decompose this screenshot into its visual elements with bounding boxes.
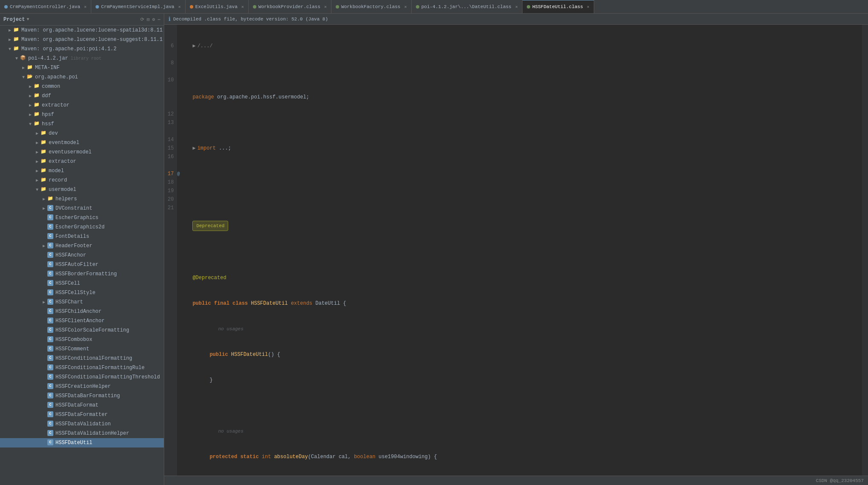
close-icon[interactable]: ✕ <box>404 4 407 9</box>
tree-item-poi-jar[interactable]: ▼ 📦 poi-4.1.2.jar library root <box>0 54 164 63</box>
tree-item-lucene-suggest[interactable]: ▶ 📁 Maven: org.apache.lucene:lucene-sugg… <box>0 35 164 44</box>
close-icon[interactable]: ✕ <box>515 4 518 9</box>
arrow-icon: ▼ <box>34 188 40 192</box>
line-num <box>168 67 174 76</box>
line-num <box>168 50 174 59</box>
tree-item-record[interactable]: ▶ 📁 record <box>0 176 164 185</box>
tree-item-hssfcreationhelper[interactable]: C HSSFCreationHelper <box>0 382 164 391</box>
line-num: 6 <box>168 42 174 50</box>
tree-item-poi-maven[interactable]: ▼ 📁 Maven: org.apache.poi:poi:4.1.2 <box>0 44 164 54</box>
line-num <box>168 25 174 33</box>
gutter-line <box>177 42 186 50</box>
tab-crm-payment-controller[interactable]: CrmPaymentController.java ✕ <box>0 0 91 13</box>
code-line <box>192 195 855 204</box>
tree-item-eschergraphics2d[interactable]: C EscherGraphics2d <box>0 222 164 232</box>
fold-icon[interactable]: ▶ <box>192 42 195 50</box>
arrow-icon: ▶ <box>41 206 47 211</box>
close-icon[interactable]: ✕ <box>324 4 327 9</box>
close-icon[interactable]: ✕ <box>84 4 87 9</box>
tree-item-hssfborderformatting[interactable]: C HSSFBorderFormatting <box>0 269 164 279</box>
library-root-label: library root <box>71 56 102 61</box>
tree-item-eschergraphics[interactable]: C EscherGraphics <box>0 213 164 222</box>
line-num: 16 <box>168 153 174 161</box>
tree-item-hpsf[interactable]: ▶ 📁 hpsf <box>0 110 164 119</box>
tree-item-hssfconditionalformatting[interactable]: C HSSFConditionalFormatting <box>0 354 164 363</box>
tree-item-hssfcellstyle[interactable]: C HSSFCellStyle <box>0 288 164 297</box>
tab-excel-utils[interactable]: ExcelUtils.java ✕ <box>186 0 249 13</box>
fold-icon[interactable]: ▶ <box>192 144 195 153</box>
code-line: no usages <box>192 427 855 436</box>
code-line <box>192 67 855 76</box>
main-layout: Project ▼ ⟳ ⊟ ⚙ ⋯ ▶ 📁 Maven: org.apache.… <box>0 14 868 485</box>
folder-icon: 📁 <box>33 102 40 109</box>
tree-item-hssfclientanchor[interactable]: C HSSFClientAnchor <box>0 316 164 326</box>
tree-item-hssfcomment[interactable]: C HSSFComment <box>0 344 164 354</box>
close-icon[interactable]: ✕ <box>178 4 181 9</box>
line-num: 13 <box>168 118 174 127</box>
tree-item-hssfdatavalidationhelper[interactable]: C HSSFDataValidationHelper <box>0 429 164 438</box>
tree-item-hssfdataformat[interactable]: C HSSFDataFormat <box>0 401 164 410</box>
tree-item-hssf[interactable]: ▼ 📁 hssf <box>0 119 164 129</box>
close-icon[interactable]: ✕ <box>241 4 244 9</box>
tree-item-hssfcolorscaleformatting[interactable]: C HSSFColorScaleFormatting <box>0 326 164 335</box>
tab-label: CrmPaymentController.java <box>10 4 80 9</box>
tree-item-meta-inf[interactable]: ▶ 📁 META-INF <box>0 63 164 72</box>
tab-workbook-provider[interactable]: WorkbookProvider.class ✕ <box>249 0 331 13</box>
class-icon: C <box>47 355 54 362</box>
code-line <box>192 248 855 257</box>
code-editor[interactable]: 6 8 10 12 13 14 15 16 17 18 19 20 21 <box>164 25 868 476</box>
tree-item-eventusermodel[interactable]: ▶ 📁 eventusermodel <box>0 147 164 157</box>
tree-item-lucene-spatial[interactable]: ▶ 📁 Maven: org.apache.lucene:lucene-spat… <box>0 26 164 35</box>
tree-item-label: HSSFDateUtil <box>55 440 92 446</box>
tree-item-extractor2[interactable]: ▶ 📁 extractor <box>0 157 164 166</box>
gutter-line <box>177 76 186 84</box>
close-icon[interactable]: ✕ <box>587 4 589 9</box>
tree-item-hssfautofilter[interactable]: C HSSFAutoFilter <box>0 260 164 269</box>
jar-icon: 📦 <box>20 55 26 62</box>
sync-icon[interactable]: ⟳ <box>140 17 144 22</box>
tab-hssf-date-util[interactable]: HSSFDateUtil.class ✕ <box>523 0 594 13</box>
tree-item-hssfcombobox[interactable]: C HSSFCombobox <box>0 335 164 344</box>
arrow-icon: ▶ <box>27 112 33 117</box>
code-content: ▶/.../ package org.apache.poi.hssf.userm… <box>186 25 862 476</box>
tree-item-helpers[interactable]: ▶ 📁 helpers <box>0 194 164 204</box>
tree-item-usermodel[interactable]: ▼ 📁 usermodel <box>0 185 164 194</box>
tree-item-label: HSSFConditionalFormattingRule <box>55 365 145 371</box>
tree-item-eventmodel[interactable]: ▶ 📁 eventmodel <box>0 138 164 147</box>
tree-item-hssfdateutil[interactable]: C HSSFDateUtil <box>0 438 164 447</box>
code-line <box>192 170 855 178</box>
tab-crm-payment-service[interactable]: CrmPaymentServiceImpl.java ✕ <box>91 0 186 13</box>
tree-item-hssfanchor[interactable]: C HSSFAnchor <box>0 251 164 260</box>
project-dropdown-icon[interactable]: ▼ <box>26 17 29 22</box>
tree-item-headerfooter[interactable]: ▶ C HeaderFooter <box>0 241 164 251</box>
gutter-line <box>177 93 186 101</box>
tree-item-hssfconditionalformattingthreshold[interactable]: C HSSFConditionalFormattingThreshold <box>0 372 164 382</box>
tree-item-dvconstraint[interactable]: ▶ C DVConstraint <box>0 204 164 213</box>
tree-item-hssfconditionalformattingrule[interactable]: C HSSFConditionalFormattingRule <box>0 363 164 372</box>
class-icon: C <box>47 261 54 268</box>
tree-item-org-apache-poi[interactable]: ▼ 📂 org.apache.poi <box>0 72 164 82</box>
tree-item-label: HSSFAnchor <box>55 252 86 258</box>
tab-poi-jar[interactable]: poi-4.1.2.jar\...\DateUtil.class ✕ <box>412 0 523 13</box>
tree-item-label: HSSFCombobox <box>55 337 92 343</box>
tab-workbook-factory[interactable]: WorkbookFactory.class ✕ <box>331 0 412 13</box>
more-icon[interactable]: ⋯ <box>157 17 160 22</box>
tree-item-dev[interactable]: ▶ 📁 dev <box>0 129 164 138</box>
tree-item-hssfcell[interactable]: C HSSFCell <box>0 279 164 288</box>
gutter-line <box>177 161 186 170</box>
tab-label: poi-4.1.2.jar\...\DateUtil.class <box>421 4 511 9</box>
tree-item-hssfdatabarformatting[interactable]: C HSSFDataBarFormatting <box>0 391 164 401</box>
settings-icon[interactable]: ⚙ <box>152 17 155 22</box>
tree-item-hssfdatavalidation[interactable]: C HSSFDataValidation <box>0 419 164 429</box>
tree-item-hssfchildanchor[interactable]: C HSSFChildAnchor <box>0 307 164 316</box>
collapse-icon[interactable]: ⊟ <box>147 17 150 22</box>
tree-item-hssfchart[interactable]: ▶ C HSSFChart <box>0 297 164 307</box>
tree-item-hssfdataformatter[interactable]: C HSSFDataFormatter <box>0 410 164 419</box>
tree-item-label: FontDetails <box>55 234 89 240</box>
tree-item-ddf[interactable]: ▶ 📁 ddf <box>0 91 164 101</box>
tree-item-fontdetails[interactable]: C FontDetails <box>0 232 164 241</box>
tree-item-model[interactable]: ▶ 📁 model <box>0 166 164 176</box>
tree-item-extractor[interactable]: ▶ 📁 extractor <box>0 101 164 110</box>
class-icon: C <box>47 421 54 427</box>
tree-item-common[interactable]: ▶ 📁 common <box>0 82 164 91</box>
